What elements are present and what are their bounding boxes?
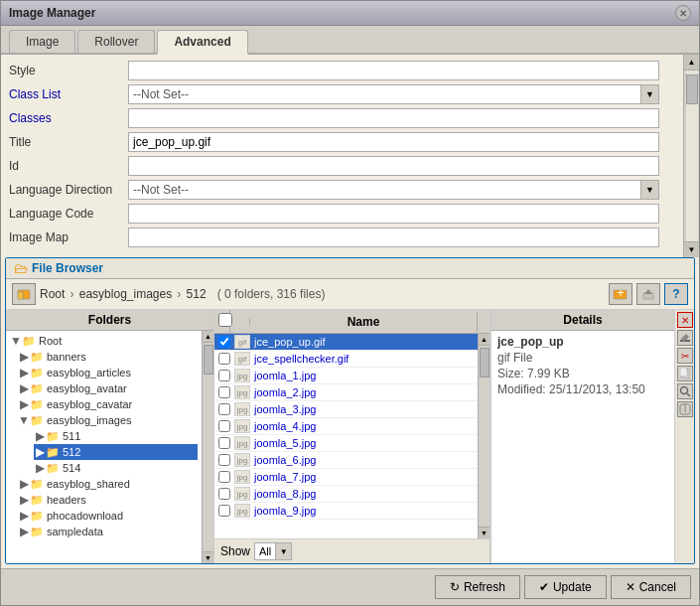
- file-row-3[interactable]: jpg joomla_2.jpg: [214, 384, 478, 401]
- show-label: Show: [220, 544, 250, 558]
- file-row-8[interactable]: jpg joomla_7.jpg: [214, 469, 478, 486]
- file-name-1: jce_spellchecker.gif: [254, 353, 474, 365]
- update-button[interactable]: ✔ Update: [524, 575, 607, 599]
- file-checkbox-6[interactable]: [218, 437, 230, 449]
- path-root: Root: [40, 287, 65, 301]
- folders-pane-scroll: ▼ 📁 Root ▶ 📁 banners: [6, 331, 213, 563]
- classes-label: Classes: [9, 111, 128, 125]
- id-row: Id: [9, 156, 659, 176]
- file-row-1[interactable]: gif jce_spellchecker.gif: [214, 351, 478, 368]
- lang-dir-value: --Not Set--: [129, 182, 640, 198]
- file-row-0[interactable]: gif jce_pop_up.gif: [214, 334, 478, 351]
- file-row-2[interactable]: jpg joomla_1.jpg: [214, 368, 478, 384]
- path-easyblog: easyblog_images: [79, 287, 172, 301]
- title-input[interactable]: [128, 132, 659, 152]
- form-scroll-up-btn[interactable]: ▲: [684, 55, 700, 71]
- file-row-5[interactable]: jpg joomla_4.jpg: [214, 418, 478, 435]
- file-checkbox-2[interactable]: [218, 370, 230, 381]
- class-list-select[interactable]: --Not Set-- ▼: [128, 84, 659, 104]
- details-size: Size: 7.99 KB: [497, 367, 668, 380]
- tree-item-easyblog-cavatar[interactable]: ▶ 📁 easyblog_cavatar: [18, 396, 198, 412]
- file-checkbox-9[interactable]: [218, 488, 230, 500]
- tree-item-easyblog-avatar[interactable]: ▶ 📁 easyblog_avatar: [18, 380, 198, 396]
- folders-scroll-down[interactable]: ▼: [203, 551, 214, 563]
- files-scroll-up[interactable]: ▲: [479, 334, 490, 346]
- lang-dir-row: Language Direction --Not Set-- ▼: [9, 180, 659, 200]
- image-map-input[interactable]: [128, 227, 659, 247]
- lang-dir-select[interactable]: --Not Set-- ▼: [128, 180, 659, 200]
- refresh-icon: ↻: [450, 580, 460, 594]
- parent-folder-btn[interactable]: [12, 283, 36, 305]
- file-checkbox-7[interactable]: [218, 454, 230, 466]
- tree-item-easyblog-shared[interactable]: ▶ 📁 easyblog_shared: [18, 476, 198, 492]
- style-input[interactable]: [128, 61, 659, 80]
- lang-code-input[interactable]: [128, 204, 659, 224]
- tab-advanced[interactable]: Advanced: [157, 30, 247, 55]
- class-list-dropdown-icon[interactable]: ▼: [640, 85, 658, 103]
- content-area: Style Class List --Not Set-- ▼ Classes: [1, 55, 699, 568]
- tree-item-514[interactable]: ▶ 📁 514: [34, 460, 198, 476]
- id-input[interactable]: [128, 156, 659, 176]
- lang-dir-dropdown-icon[interactable]: ▼: [640, 181, 658, 199]
- show-select[interactable]: All ▼: [254, 542, 292, 560]
- file-browser-section: 🗁 File Browser Root › easyblog_images › …: [5, 257, 695, 564]
- file-row-4[interactable]: jpg joomla_3.jpg: [214, 401, 478, 418]
- cancel-button[interactable]: ✕ Cancel: [611, 575, 691, 599]
- file-row-6[interactable]: jpg joomla_5.jpg: [214, 435, 478, 452]
- file-name-9: joomla_8.jpg: [254, 488, 474, 500]
- form-scrollbar: ▲ ▼: [683, 55, 699, 257]
- file-icon-9: jpg: [234, 487, 250, 501]
- file-checkbox-3[interactable]: [218, 386, 230, 398]
- cancel-label: Cancel: [639, 580, 676, 594]
- file-row-10[interactable]: jpg joomla_9.jpg: [214, 503, 478, 520]
- close-button[interactable]: ✕: [675, 5, 691, 21]
- files-pane: Name gif jce_pop_up.gif g: [214, 310, 490, 563]
- file-checkbox-4[interactable]: [218, 403, 230, 415]
- file-checkbox-0[interactable]: [218, 336, 230, 348]
- file-name-2: joomla_1.jpg: [254, 370, 474, 381]
- file-checkbox-5[interactable]: [218, 420, 230, 432]
- help-btn[interactable]: ?: [664, 283, 688, 305]
- info-btn[interactable]: i: [677, 401, 693, 417]
- refresh-button[interactable]: ↻ Refresh: [435, 575, 520, 599]
- shared-folder-icon: 📁: [30, 478, 44, 491]
- tree-item-easyblog-images[interactable]: ▼ 📁 easyblog_images: [18, 412, 198, 428]
- update-icon: ✔: [539, 580, 549, 594]
- sample-folder-icon: 📁: [30, 526, 44, 538]
- file-row-9[interactable]: jpg joomla_8.jpg: [214, 486, 478, 503]
- avatar-folder-icon: 📁: [30, 382, 44, 395]
- form-wrapper: Style Class List --Not Set-- ▼ Classes: [1, 55, 699, 257]
- cavatar-folder-icon: 📁: [30, 398, 44, 411]
- cut-btn[interactable]: ✂: [677, 348, 693, 364]
- tree-item-sampledata[interactable]: ▶ 📁 sampledata: [18, 524, 198, 539]
- upload-btn[interactable]: [636, 283, 660, 305]
- file-checkbox-1[interactable]: [218, 353, 230, 365]
- files-scroll-down[interactable]: ▼: [479, 527, 490, 538]
- classes-input[interactable]: [128, 108, 659, 128]
- rename-btn[interactable]: [677, 330, 693, 346]
- tree-item-511[interactable]: ▶ 📁 511: [34, 428, 198, 444]
- tree-item-headers[interactable]: ▶ 📁 headers: [18, 492, 198, 508]
- tree-item-512[interactable]: ▶ 📁 512: [34, 444, 198, 460]
- tree-item-easyblog-articles[interactable]: ▶ 📁 easyblog_articles: [18, 365, 198, 380]
- new-folder-btn[interactable]: +: [609, 283, 632, 305]
- file-checkbox-10[interactable]: [218, 505, 230, 517]
- tree-item-phocadownload[interactable]: ▶ 📁 phocadownload: [18, 508, 198, 524]
- tree-item-banners[interactable]: ▶ 📁 banners: [18, 349, 198, 365]
- tab-rollover[interactable]: Rollover: [77, 30, 155, 53]
- class-list-row: Class List --Not Set-- ▼: [9, 84, 659, 104]
- file-row-7[interactable]: jpg joomla_6.jpg: [214, 452, 478, 469]
- file-icon-8: jpg: [234, 470, 250, 484]
- folders-scroll-up[interactable]: ▲: [203, 331, 214, 343]
- show-dropdown-icon[interactable]: ▼: [275, 543, 291, 559]
- details-content: jce_pop_up gif File Size: 7.99 KB Modifi…: [491, 331, 674, 563]
- file-checkbox-8[interactable]: [218, 471, 230, 483]
- delete-btn[interactable]: ✕: [677, 312, 693, 328]
- folders-scroll-thumb: [204, 345, 213, 375]
- copy-btn[interactable]: [677, 366, 693, 381]
- tree-item-root[interactable]: ▼ 📁 Root: [10, 333, 198, 349]
- search-btn[interactable]: [677, 383, 693, 399]
- style-label: Style: [9, 64, 128, 77]
- tab-image[interactable]: Image: [9, 30, 75, 53]
- form-scroll-down-btn[interactable]: ▼: [684, 241, 700, 257]
